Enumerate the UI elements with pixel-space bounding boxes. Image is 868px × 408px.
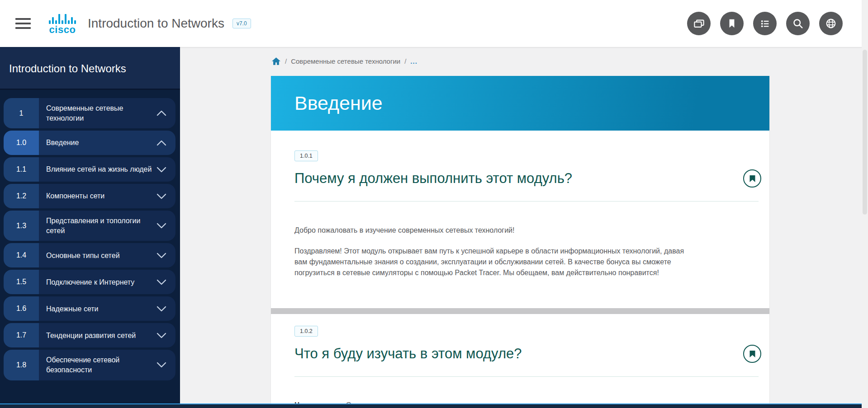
sidebar-header: Introduction to Networks — [0, 47, 180, 90]
search-button[interactable] — [786, 12, 810, 35]
chevron-down-icon — [157, 279, 166, 285]
search-icon — [792, 17, 804, 30]
chevron-down-icon — [157, 306, 166, 312]
paragraph: Поздравляем! Этот модуль открывает вам п… — [294, 246, 693, 278]
module-number: 1.3 — [4, 211, 39, 241]
module-number: 1.2 — [4, 184, 39, 208]
pages-button[interactable] — [687, 12, 711, 35]
module-label: Обеспечение сетевой безопасности — [46, 355, 157, 375]
breadcrumb-ellipsis[interactable]: ... — [410, 57, 417, 65]
app-window: cisco Introduction to Networks v7.0 — [0, 0, 868, 408]
module-label: Основные типы сетей — [46, 251, 157, 261]
module-label: Современные сетевые технологии — [46, 103, 157, 123]
module-number: 1.4 — [4, 243, 39, 267]
sidebar-item-1.3[interactable]: 1.3 Представления и топологии сетей — [4, 211, 175, 241]
bookmark-icon — [749, 350, 756, 358]
module-label: Тенденции развития сетей — [46, 331, 157, 341]
cisco-logo: cisco — [49, 12, 76, 35]
topic-number-badge: 1.0.2 — [294, 326, 318, 337]
module-label: Представления и топологии сетей — [46, 216, 157, 235]
sidebar-course-title: Introduction to Networks — [9, 62, 171, 75]
module-number: 1.6 — [4, 296, 39, 321]
topic-number-badge: 1.0.1 — [294, 150, 318, 161]
module-number: 1.5 — [4, 270, 39, 294]
language-button[interactable] — [819, 12, 843, 35]
chevron-up-icon — [157, 140, 166, 146]
pages-icon — [693, 18, 705, 30]
sidebar-item-1[interactable]: 1 Современные сетевые технологии — [4, 98, 175, 128]
breadcrumb-module-link[interactable]: Современные сетевые технологии — [291, 57, 400, 65]
chevron-down-icon — [157, 253, 166, 258]
module-number: 1.0 — [4, 131, 39, 155]
module-number: 1.1 — [4, 157, 39, 182]
home-icon[interactable] — [271, 57, 281, 66]
sidebar-item-1.7[interactable]: 1.7 Тенденции развития сетей — [4, 323, 175, 347]
section-banner: Введение — [271, 76, 769, 131]
chevron-down-icon — [157, 333, 166, 338]
topic-heading: Что я буду изучать в этом модуле? — [294, 346, 522, 362]
module-label: Надежные сети — [46, 304, 157, 314]
sidebar-item-1.6[interactable]: 1.6 Надежные сети — [4, 296, 175, 321]
lesson-card: Введение 1.0.1 Почему я должен выполнить… — [270, 76, 770, 408]
top-bar: cisco Introduction to Networks v7.0 — [0, 0, 868, 47]
module-number: 1.8 — [4, 350, 39, 380]
bottom-bar — [0, 403, 868, 408]
sidebar-item-1.0[interactable]: 1.0 Введение — [4, 131, 175, 155]
cisco-logo-text: cisco — [49, 25, 76, 35]
bookmarks-button[interactable] — [720, 12, 744, 35]
breadcrumb-separator: / — [285, 57, 287, 65]
topic-section-1: 1.0.1 Почему я должен выполнить этот мод… — [271, 131, 769, 278]
topic-section-2: 1.0.2 Что я буду изучать в этом модуле? … — [271, 314, 769, 408]
bookmark-icon — [749, 175, 756, 183]
index-button[interactable] — [753, 12, 777, 35]
sidebar-nav: 1 Современные сетевые технологии 1.0 — [0, 90, 180, 380]
module-label: Подключение к Интернету — [46, 277, 157, 287]
chevron-up-icon — [157, 110, 166, 116]
chevron-down-icon — [157, 193, 166, 199]
section-divider-strip — [271, 308, 769, 314]
scrollbar-thumb[interactable] — [863, 50, 867, 215]
heading-divider — [294, 201, 759, 202]
chevron-down-icon — [157, 167, 166, 173]
module-number: 1.7 — [4, 323, 39, 347]
version-badge: v7.0 — [232, 19, 251, 28]
heading-divider — [294, 376, 759, 377]
paragraph: Добро пожаловать в изучение современных … — [294, 225, 693, 236]
chevron-down-icon — [157, 223, 166, 229]
index-list-icon — [759, 18, 771, 30]
breadcrumb-separator: / — [404, 57, 406, 65]
chevron-down-icon — [157, 362, 166, 368]
sidebar-item-1.8[interactable]: 1.8 Обеспечение сетевой безопасности — [4, 350, 175, 380]
hamburger-menu-button[interactable] — [15, 18, 31, 29]
sidebar-item-1.1[interactable]: 1.1 Влияние сетей на жизнь людей — [4, 157, 175, 182]
banner-title: Введение — [294, 92, 383, 114]
sidebar-item-1.5[interactable]: 1.5 Подключение к Интернету — [4, 270, 175, 294]
course-title: Introduction to Networks — [88, 16, 224, 31]
cisco-logo-bars-icon — [49, 12, 76, 24]
content-area: / Современные сетевые технологии / ... В… — [180, 47, 868, 408]
bookmark-topic-button[interactable] — [743, 169, 761, 188]
bookmark-topic-button[interactable] — [743, 345, 761, 363]
course-sidebar: Introduction to Networks 1 Современные с… — [0, 47, 180, 408]
topic-heading: Почему я должен выполнить этот модуль? — [294, 170, 572, 187]
bookmark-icon — [726, 18, 738, 29]
sidebar-item-1.2[interactable]: 1.2 Компоненты сети — [4, 184, 175, 208]
header-actions — [687, 12, 843, 35]
module-label: Введение — [46, 138, 157, 148]
breadcrumb: / Современные сетевые технологии / ... — [271, 57, 417, 66]
module-label: Компоненты сети — [46, 191, 157, 201]
module-label: Влияние сетей на жизнь людей — [46, 164, 157, 174]
module-number: 1 — [4, 98, 39, 128]
globe-icon — [825, 17, 837, 30]
sidebar-item-1.4[interactable]: 1.4 Основные типы сетей — [4, 243, 175, 267]
page-scrollbar[interactable] — [862, 0, 868, 408]
